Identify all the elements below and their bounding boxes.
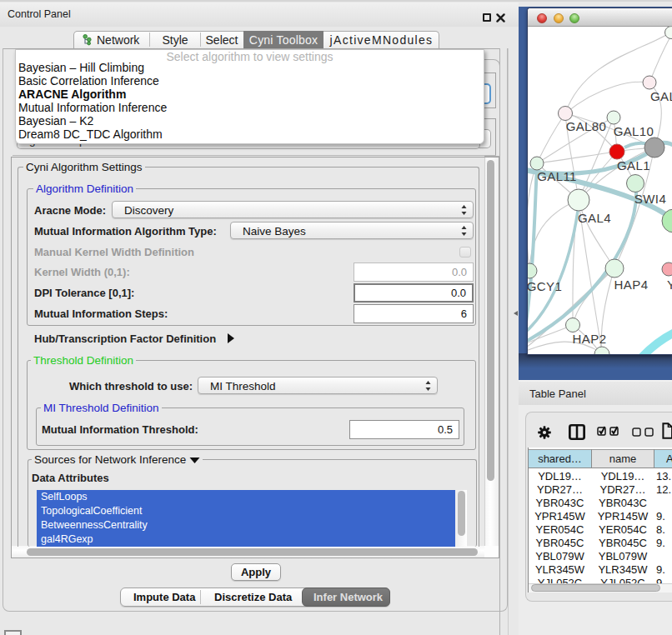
svg-text:GAL7: GAL7	[650, 89, 672, 103]
svg-text:HAP2: HAP2	[573, 332, 607, 346]
svg-text:GAL80: GAL80	[566, 119, 607, 133]
svg-text:HAP4: HAP4	[614, 278, 649, 292]
svg-text:GAL10: GAL10	[614, 124, 654, 138]
svg-text:GAL4: GAL4	[578, 211, 611, 225]
svg-text:GAL11: GAL11	[537, 169, 577, 183]
svg-text:Y: Y	[667, 278, 672, 292]
svg-text:GAL1: GAL1	[617, 158, 650, 172]
svg-text:GCY1: GCY1	[528, 279, 562, 293]
svg-text:SWI4: SWI4	[634, 192, 666, 206]
